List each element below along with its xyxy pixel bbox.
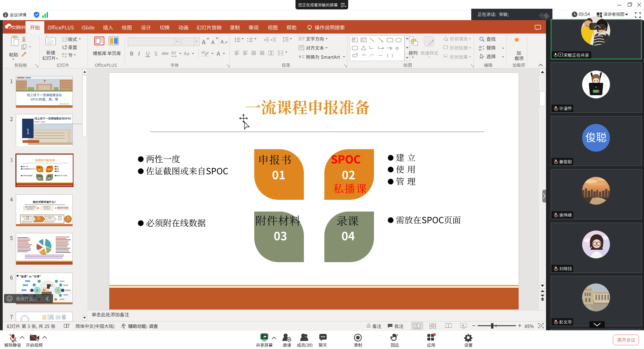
svg-text:ac: ac (479, 48, 482, 51)
